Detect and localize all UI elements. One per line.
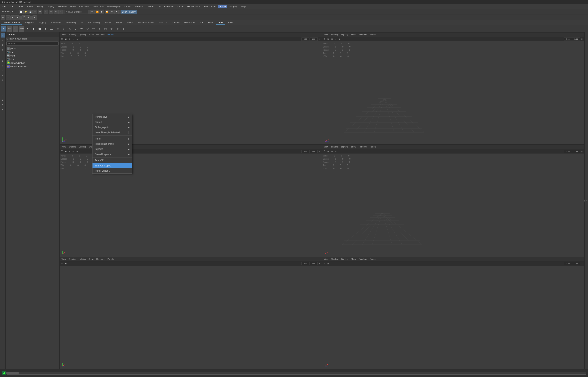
vp-bl-btn-1[interactable]: ☰ [60, 262, 64, 265]
vp-br-lighting[interactable]: Lighting [340, 258, 349, 260]
vp-bl-val2[interactable] [310, 262, 318, 265]
ctx-item-perspective[interactable]: Perspective ▶ [93, 114, 132, 119]
vp-br-view[interactable]: View [323, 258, 330, 260]
redo-btn[interactable]: ↪ [38, 10, 42, 14]
vp-bl-lighting[interactable]: Lighting [78, 258, 87, 260]
ctx-item-hypergraph-panel[interactable]: Hypergraph Panel ▶ [93, 141, 132, 146]
new-file-btn[interactable]: 📄 [19, 10, 23, 14]
vp-tl-lighting[interactable]: Lighting [78, 33, 87, 36]
outliner-search-input[interactable] [6, 42, 59, 46]
tab-fx[interactable]: FX [79, 21, 86, 24]
vp-mr-show[interactable]: Show [350, 145, 357, 148]
vp-tl-panels[interactable]: Panels [107, 33, 115, 36]
show-hide-btn[interactable]: 👁 [32, 15, 37, 20]
snap-curve-btn[interactable]: ∿ [6, 15, 10, 20]
menu-mesh-display[interactable]: Mesh Display [106, 5, 122, 8]
ctx-item-panel[interactable]: Panel ▶ [93, 136, 132, 141]
tab-arnold[interactable]: Arnold [102, 21, 113, 24]
tab-rendering[interactable]: Rendering [64, 21, 78, 24]
icon-custom1-btn[interactable]: ✥ [109, 26, 114, 32]
vp-tl-val1[interactable] [302, 37, 309, 41]
vp-mr-lighting[interactable]: Lighting [340, 145, 349, 148]
ctx-item-tear-off[interactable]: Tear Off... [93, 158, 132, 163]
vp-bl-view[interactable]: View [61, 258, 67, 260]
tool-snap-btn[interactable]: ⊞ [0, 93, 5, 97]
tab-mentalray[interactable]: MentalRay [183, 21, 197, 24]
playback-prev-btn[interactable]: ⏪ [95, 10, 99, 14]
vp-mr-btn-1[interactable]: ☰ [323, 150, 326, 153]
vp-br-show[interactable]: Show [350, 258, 357, 260]
vp-bl-panels[interactable]: Panels [107, 258, 115, 260]
tab-custom[interactable]: Custom [170, 21, 182, 24]
vp-tr-renderer[interactable]: Renderer [358, 33, 368, 36]
open-file-btn[interactable]: 📁 [23, 10, 28, 14]
menu-surfaces[interactable]: Surfaces [133, 5, 145, 8]
save-file-btn[interactable]: 💾 [28, 10, 33, 14]
menu-select[interactable]: Select [25, 5, 35, 8]
vp-tr-show[interactable]: Show [350, 33, 357, 36]
menu-windows[interactable]: Windows [56, 5, 68, 8]
menu-help[interactable]: Help [240, 5, 247, 8]
undo-btn[interactable]: ↩ [33, 10, 37, 14]
menu-deform[interactable]: Deform [145, 5, 156, 8]
ctx-item-orthographic[interactable]: Orthographic ▶ [93, 125, 132, 130]
menu-modify[interactable]: Modify [35, 5, 45, 8]
vp-bl-renderer[interactable]: Renderer [95, 258, 106, 260]
tab-fx-caching[interactable]: FX Caching [86, 21, 102, 24]
tab-motion-graphics[interactable]: Motion Graphics [136, 21, 156, 24]
vp-br-shading[interactable]: Shading [330, 258, 340, 260]
vp-mr-btn-4[interactable]: ✏ [334, 150, 338, 153]
vp-tr-close[interactable]: ✕ [580, 37, 584, 41]
tab-xgen[interactable]: XGen [206, 21, 215, 24]
vp-mr-close[interactable]: ✕ [580, 150, 584, 153]
menu-cache[interactable]: Cache [175, 5, 185, 8]
tab-bullet[interactable]: Bullet [226, 21, 236, 24]
move-tool-btn[interactable]: ✛ [49, 10, 53, 14]
no-live-surface-label[interactable]: No Live Surface [64, 10, 88, 14]
tool-6[interactable]: ▤ [0, 73, 5, 77]
icon-cube-btn[interactable]: ◼ [31, 26, 36, 32]
playback-start-btn[interactable]: ⏮ [90, 10, 95, 14]
vp-ml-btn-3[interactable]: ⊞ [68, 150, 71, 153]
outliner-menu-show[interactable]: Show [15, 37, 21, 40]
ctx-item-saved-layouts[interactable]: Saved Layouts ▶ [93, 152, 132, 157]
vp-br-btn-1[interactable]: ☰ [323, 262, 326, 265]
vp-br-btn-2[interactable]: ▣ [327, 262, 330, 265]
tab-rigging[interactable]: Rigging [37, 21, 48, 24]
tab-tools[interactable]: Tools [216, 21, 225, 24]
vp-tr-btn-4[interactable]: ✏ [334, 37, 338, 41]
vp-tl-btn-1[interactable]: ☰ [60, 37, 64, 41]
icon-helix-btn[interactable]: 〜 [79, 26, 84, 32]
tab-polygons[interactable]: Polygons [23, 21, 36, 24]
tool-5[interactable]: ⊡ [0, 68, 5, 73]
vp-mr-view[interactable]: View [323, 145, 330, 148]
vp-tl-shading[interactable]: Shading [68, 33, 77, 36]
vp-tr-lighting[interactable]: Lighting [340, 33, 349, 36]
menu-curves[interactable]: Curves [122, 5, 133, 8]
ctx-item-panel-editor[interactable]: Panel Editor... [93, 168, 132, 173]
vp-tr-panels[interactable]: Panels [369, 33, 377, 36]
vp-ml-lighting[interactable]: Lighting [78, 145, 87, 148]
vp-mr-val2[interactable] [572, 150, 580, 153]
tab-animation[interactable]: Animation [49, 21, 63, 24]
icon-torus-btn[interactable]: ◎ [55, 26, 60, 32]
icon-hlast-btn[interactable]: Hlast [19, 26, 24, 32]
tab-fur[interactable]: Fur [198, 21, 205, 24]
vp-ml-btn-5[interactable]: ◈ [75, 150, 79, 153]
tool-tweak[interactable]: ◈ [0, 47, 5, 52]
vp-bl-show[interactable]: Show [87, 258, 95, 260]
outliner-menu-display[interactable]: Display [6, 37, 13, 40]
tool-paint[interactable]: ✏ [0, 38, 5, 42]
icon-cp-btn[interactable]: CP [7, 26, 12, 32]
icon-custom2-btn[interactable]: ❖ [115, 26, 120, 32]
icon-pyramid-btn[interactable]: △ [67, 26, 72, 32]
vp-bl-val1[interactable] [302, 262, 309, 265]
icon-pipe-btn[interactable]: ⊏ [73, 26, 78, 32]
playback-stop-btn[interactable]: ⏹ [114, 10, 119, 14]
outliner-menu-help[interactable]: Help [22, 37, 27, 40]
menu-file[interactable]: File [1, 5, 8, 8]
tool-lasso[interactable]: ⊘ [0, 43, 5, 47]
viewport-mid-right[interactable]: View Shading Lighting Show Renderer Pane… [322, 144, 585, 257]
icon-sphere-btn[interactable]: ● [25, 26, 30, 32]
vp-tl-btn-2[interactable]: ▣ [64, 37, 68, 41]
